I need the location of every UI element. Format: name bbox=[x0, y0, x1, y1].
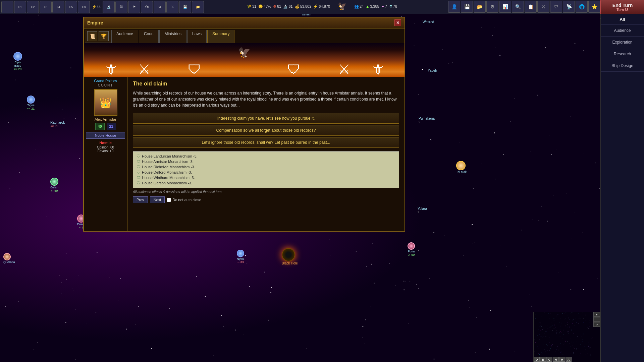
effect-2: 🛡 House Armistar Monarchism -3. bbox=[137, 159, 395, 164]
f4-btn[interactable]: F4 bbox=[52, 1, 64, 13]
menu-btn[interactable]: ☰ bbox=[1, 1, 13, 13]
tab-laws[interactable]: Laws bbox=[187, 30, 207, 43]
minimap-tab-b[interactable]: B bbox=[540, 357, 546, 362]
top-resources: 🌾 31 😊 47% ⚙ 81 🔬 61 💰 53,802 ⚡ 64,870 🦅… bbox=[247, 2, 397, 11]
f3-btn[interactable]: F3 bbox=[40, 1, 52, 13]
settings-btn[interactable]: ⚙ bbox=[154, 1, 166, 13]
effect-6: 🛡 House Gerson Monarchism -3. bbox=[137, 180, 395, 186]
building-btn[interactable]: 🏛 bbox=[115, 1, 127, 13]
choice-3-button[interactable]: Let's ignore those old records, shall we… bbox=[133, 137, 399, 148]
f8-btn[interactable]: F8 bbox=[78, 1, 90, 13]
right-all-btn[interactable]: All bbox=[601, 14, 644, 25]
noble-house-button[interactable]: Noble House bbox=[86, 132, 125, 139]
icon9[interactable]: ⭐ bbox=[588, 1, 600, 13]
minimap-zoom-out[interactable]: - bbox=[593, 317, 600, 322]
minimap-tab-r[interactable]: R bbox=[559, 357, 565, 362]
empire-close-button[interactable]: ✕ bbox=[394, 19, 401, 26]
character-stats: 40 21 bbox=[95, 123, 116, 130]
map-node-wesrod[interactable]: Wesrod bbox=[423, 20, 434, 24]
character-portrait: 👑 bbox=[94, 89, 117, 116]
quick-save[interactable]: 💾 bbox=[461, 1, 473, 13]
map-node-tigos[interactable]: Tigos «« 21 bbox=[27, 96, 35, 110]
effect-5: 🛡 House Winthard Monarchism -3. bbox=[137, 175, 395, 180]
right-ship-design-btn[interactable]: Ship Design bbox=[601, 60, 644, 72]
right-audience-btn[interactable]: Audience bbox=[601, 25, 644, 37]
quick-load[interactable]: 📂 bbox=[474, 1, 486, 13]
icon8[interactable]: 🌐 bbox=[576, 1, 588, 13]
icon2[interactable]: 📊 bbox=[499, 1, 511, 13]
tab-court[interactable]: Court bbox=[139, 30, 159, 43]
map-node-ragnarok[interactable]: Ragnarok «« 21 bbox=[50, 121, 65, 128]
minimap-tab-h[interactable]: H bbox=[553, 357, 559, 362]
banner-figure-3: 🛡 bbox=[184, 47, 205, 77]
map-node-yadeh[interactable]: Yadeh bbox=[428, 69, 437, 72]
minimap: + - P O B C H R A bbox=[533, 312, 600, 362]
map-node-yolara[interactable]: Yolara ? bbox=[418, 207, 427, 214]
map-node-pumakena[interactable]: Pumakena ? bbox=[419, 117, 435, 124]
avatar-icon[interactable]: 👤 bbox=[448, 1, 460, 13]
effect-4: 🛡 House Delford Monarchism -3. bbox=[137, 170, 395, 175]
icon5[interactable]: ⚔ bbox=[537, 1, 549, 13]
right-research-btn[interactable]: Research bbox=[601, 48, 644, 60]
prev-button[interactable]: Prev bbox=[133, 196, 148, 203]
icon4[interactable]: 📋 bbox=[525, 1, 537, 13]
dialogue-title: The old claim bbox=[133, 81, 399, 87]
map-node-nyios[interactable]: Nyios -- 33 bbox=[237, 250, 245, 264]
pop-resource: 👥 24 bbox=[354, 4, 364, 9]
effect-3: 🛡 House Richelvie Monarchism -3. bbox=[137, 164, 395, 170]
right-side-panel: All Audience Exploration Research Ship D… bbox=[600, 14, 644, 362]
flag-btn[interactable]: ⚑ bbox=[128, 1, 140, 13]
icon6[interactable]: 🛡 bbox=[550, 1, 562, 13]
research-resource: 🔬 61 bbox=[283, 4, 292, 9]
tab-ministries[interactable]: Ministries bbox=[159, 30, 186, 43]
map-node-talmak[interactable]: Tal Mak bbox=[456, 161, 467, 174]
minimap-fit[interactable]: P bbox=[593, 322, 600, 327]
minimap-tabs: O B C H R A bbox=[534, 357, 572, 362]
minimap-tab-a[interactable]: A bbox=[566, 357, 572, 362]
banner-figure-1: 🗡 bbox=[101, 47, 121, 77]
research-icon-btn[interactable]: 🔬 bbox=[103, 1, 115, 13]
f1-btn[interactable]: F1 bbox=[14, 1, 26, 13]
right-exploration-btn[interactable]: Exploration bbox=[601, 37, 644, 48]
folder-btn[interactable]: 📁 bbox=[192, 1, 204, 13]
f2-btn[interactable]: F2 bbox=[27, 1, 39, 13]
map-node-furia[interactable]: Furia ⚔ 50 bbox=[408, 242, 415, 256]
save-btn[interactable]: 💾 bbox=[179, 1, 191, 13]
banner-figure-6: 🗡 bbox=[368, 47, 388, 77]
dialogue-text: While searching old records of our house… bbox=[133, 90, 399, 108]
empire-tabs: 📜 🏆 Audience Court Ministries Laws Summa… bbox=[84, 28, 405, 43]
map-btn[interactable]: 🗺 bbox=[141, 1, 153, 13]
icon3[interactable]: 🔍 bbox=[512, 1, 524, 13]
end-turn-button[interactable]: End Turn Turn 63 bbox=[600, 0, 644, 14]
minimap-tab-c[interactable]: C bbox=[546, 357, 552, 362]
food-resource: 🌾 31 bbox=[247, 4, 256, 9]
minimap-canvas bbox=[534, 312, 600, 362]
panel-icon-1[interactable]: 📜 bbox=[87, 31, 97, 41]
auto-close-checkbox-area[interactable]: Do not auto close bbox=[167, 198, 201, 202]
minimap-controls: + - P bbox=[593, 312, 600, 327]
production-resource: ⚙ 81 bbox=[273, 4, 281, 9]
f5-btn[interactable]: F5 bbox=[65, 1, 77, 13]
minimap-zoom-in[interactable]: + bbox=[593, 312, 600, 317]
panel-icon-2[interactable]: 🏆 bbox=[99, 31, 109, 41]
choice-2-button[interactable]: Compensation so we all forget about thos… bbox=[133, 125, 399, 136]
resource-44: ⚡44 bbox=[91, 5, 102, 9]
effect-1: 🛡 House Landurcan Monarchism -3. bbox=[137, 154, 395, 159]
minimap-tab-o[interactable]: O bbox=[534, 357, 540, 362]
sword-btn[interactable]: ⚔ bbox=[166, 1, 178, 13]
grand-politics-panel: Grand Politics COUNT 👑 Alex Armistar 40 … bbox=[84, 77, 127, 231]
favors-text: Favors: +0 bbox=[98, 149, 114, 153]
auto-close-checkbox[interactable] bbox=[167, 198, 171, 202]
next-button[interactable]: Next bbox=[150, 196, 165, 203]
icon7[interactable]: 📡 bbox=[563, 1, 575, 13]
science-resource: ⚗ 78 bbox=[389, 4, 397, 9]
map-node-eijak[interactable]: EijakBase «« 29 bbox=[13, 52, 22, 71]
empire-title-bar: Empire ✕ bbox=[84, 17, 405, 28]
tab-summary[interactable]: Summary bbox=[207, 30, 234, 43]
map-node-gelsh[interactable]: Gelsh «‹ 50 bbox=[50, 178, 58, 192]
icon1[interactable]: ⚙ bbox=[486, 1, 498, 13]
choice-1-button[interactable]: Interesting claim you have, let's see ho… bbox=[133, 113, 399, 124]
map-node-querafia[interactable]: Querafia bbox=[3, 253, 15, 264]
char-stat-1: 40 bbox=[95, 123, 105, 130]
tab-audience[interactable]: Audience bbox=[111, 30, 138, 43]
